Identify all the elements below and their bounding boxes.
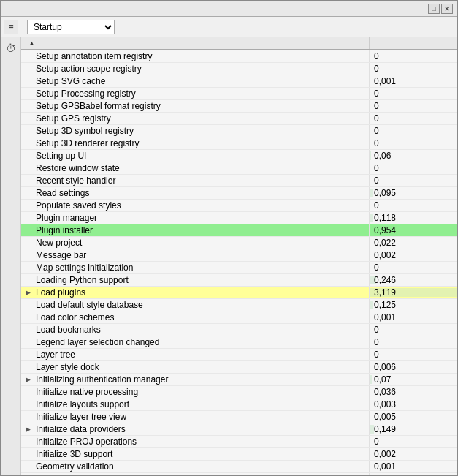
time-cell: 0,022 (370, 237, 457, 249)
task-cell[interactable]: ▶Initializing authentication manager (21, 374, 370, 385)
task-cell: Recent style handler (21, 175, 370, 186)
time-cell: 0,095 (370, 187, 457, 199)
menu-icon[interactable]: ≡ (4, 20, 18, 34)
category-select-wrapper: Startup (27, 20, 115, 34)
table-container: ▲ Setup annotation item registry0Setup a… (21, 37, 457, 475)
task-cell: Setup 3D renderer registry (21, 137, 370, 149)
task-cell: Setup annotation item registry (21, 50, 370, 62)
time-cell: 0 (370, 336, 457, 348)
task-cell: Initialize layouts support (21, 398, 370, 410)
task-cell: Plugin manager (21, 212, 370, 224)
table-row: Setting up UI0,06 (21, 150, 457, 162)
time-cell: 0 (370, 137, 457, 149)
time-cell: 0 (370, 113, 457, 124)
time-cell: 0 (370, 63, 457, 75)
table-row: Loading Python support0,246 (21, 274, 457, 287)
time-cell: 0 (370, 262, 457, 273)
table-row: Setup action scope registry0 (21, 63, 457, 75)
time-cell: 0,001 (370, 311, 457, 323)
task-cell: Legend layer selection changed (21, 336, 370, 348)
task-column-header[interactable]: ▲ (21, 37, 370, 49)
table-row: Layer tree0 (21, 349, 457, 361)
table-row: New project0,022 (21, 237, 457, 249)
expand-arrow-icon: ▶ (26, 426, 36, 433)
task-cell[interactable]: ▶Initialize data providers (21, 423, 370, 435)
table-row: Initialize layouts support0,003 (21, 398, 457, 411)
sort-arrow-icon: ▲ (28, 39, 35, 47)
task-cell: Populate saved styles (21, 200, 370, 211)
time-cell: 0,954 (370, 224, 457, 236)
task-cell: Setup 3D symbol registry (21, 125, 370, 137)
clock-icon: ⏱ (3, 40, 19, 56)
close-button[interactable]: ✕ (441, 4, 453, 14)
main-content: ⏱ ▲ Setup annotation item registry0Setup… (1, 37, 457, 475)
expand-arrow-icon: ▶ (26, 289, 36, 296)
table-row: Plugin manager0,118 (21, 212, 457, 224)
maximize-button[interactable]: □ (428, 4, 440, 14)
time-cell: 0 (370, 50, 457, 62)
time-cell: 0,001 (370, 461, 457, 472)
table-row: Geometry validation0,001 (21, 461, 457, 473)
time-cell: 0,006 (370, 361, 457, 373)
task-cell: Layer tree (21, 349, 370, 360)
task-cell: Loading Python support (21, 274, 370, 286)
table-row: Setup annotation item registry0 (21, 50, 457, 63)
time-cell: 0,036 (370, 386, 457, 398)
table-row: Populate saved styles0 (21, 200, 457, 212)
table-row: Map settings initialization0 (21, 262, 457, 274)
toolbar: ≡ Startup (1, 17, 457, 37)
time-cell: 0,149 (370, 423, 457, 435)
table-body[interactable]: Setup annotation item registry0Setup act… (21, 50, 457, 475)
task-cell: Map settings initialization (21, 262, 370, 273)
table-row: Setup GPS registry0 (21, 113, 457, 125)
table-row: Initialize native processing0,036 (21, 386, 457, 398)
task-cell: Layer style dock (21, 361, 370, 373)
task-cell: Plugin installer (21, 224, 370, 236)
time-cell: 0 (370, 175, 457, 186)
task-cell: Developer tools dock (21, 473, 370, 475)
category-dropdown[interactable]: Startup (27, 20, 115, 34)
table-row: Restore window state0 (21, 162, 457, 175)
task-cell: Initialize 3D support (21, 448, 370, 460)
task-cell: Restore window state (21, 162, 370, 174)
task-cell: New project (21, 237, 370, 249)
time-cell: 0 (370, 125, 457, 137)
title-bar: □ ✕ (1, 1, 457, 17)
time-cell: 0 (370, 88, 457, 99)
time-cell: 0,002 (370, 448, 457, 460)
table-row: Initialize 3D support0,002 (21, 448, 457, 461)
task-cell: Initialize native processing (21, 386, 370, 398)
table-row: Load bookmarks0 (21, 324, 457, 336)
time-cell: 0 (370, 349, 457, 360)
task-cell: Load default style database (21, 299, 370, 311)
table-row: Layer style dock0,006 (21, 361, 457, 374)
task-cell: Setup Processing registry (21, 88, 370, 99)
time-column-header[interactable] (370, 37, 457, 49)
table-row: Setup SVG cache0,001 (21, 75, 457, 88)
time-cell: 0,07 (370, 374, 457, 385)
task-cell: Setting up UI (21, 150, 370, 162)
table-row: Initialize layer tree view0,005 (21, 411, 457, 423)
table-row: Setup 3D renderer registry0 (21, 137, 457, 150)
time-cell: 0,005 (370, 411, 457, 423)
time-cell: 0,001 (370, 75, 457, 87)
main-window: □ ✕ ≡ Startup ⏱ ▲ (0, 0, 458, 476)
table-row: Read settings0,095 (21, 187, 457, 200)
task-cell: Initialize PROJ operations (21, 436, 370, 447)
time-cell: 0 (370, 100, 457, 112)
time-cell: 0,06 (370, 150, 457, 162)
table-row: Developer tools dock0,001 (21, 473, 457, 475)
task-cell: Setup SVG cache (21, 75, 370, 87)
task-cell: Load color schemes (21, 311, 370, 323)
table-row: Recent style handler0 (21, 175, 457, 187)
task-cell: Geometry validation (21, 461, 370, 472)
task-cell: Setup GPSBabel format registry (21, 100, 370, 112)
title-bar-buttons: □ ✕ (428, 4, 453, 14)
task-cell: Setup action scope registry (21, 63, 370, 75)
time-cell: 3,119 (370, 287, 457, 298)
time-cell: 0,003 (370, 398, 457, 410)
time-cell: 0,002 (370, 249, 457, 261)
table-row: Load default style database0,125 (21, 299, 457, 311)
table-row: ▶Load plugins3,119 (21, 287, 457, 299)
task-cell[interactable]: ▶Load plugins (21, 287, 370, 298)
